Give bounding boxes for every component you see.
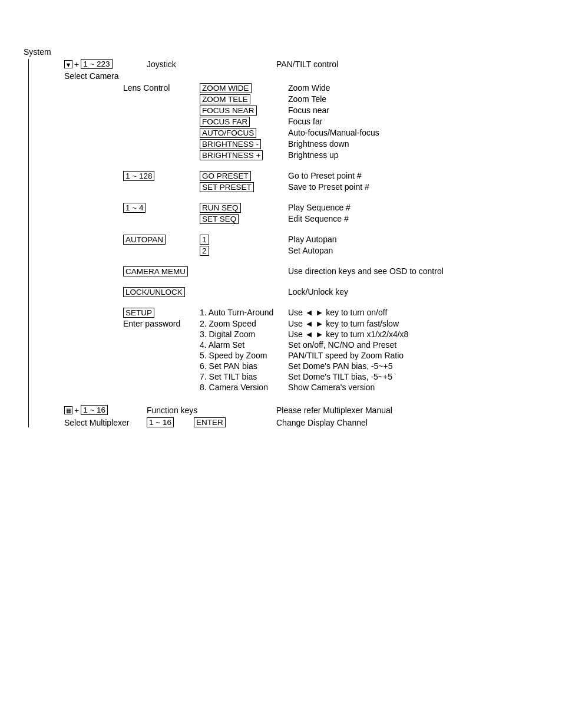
seq-range: 1 ~ 4 — [123, 203, 146, 213]
setup-row-5: 6. Set PAN bias Set Dome's PAN bias, -5~… — [123, 361, 538, 371]
preset-row-0: 1 ~ 128 GO PRESET Go to Preset point # — [123, 171, 538, 181]
setup-desc-2: Use ◄ ► key to turn x1/x2/x4/x8 — [288, 330, 408, 339]
zoom-wide-desc: Zoom Wide — [288, 83, 330, 93]
setup-desc-1: Use ◄ ► key to turn fast/slow — [288, 319, 399, 328]
select-multiplexer-label: Select Multiplexer — [64, 418, 130, 427]
focus-far-btn[interactable]: FOCUS FAR — [200, 117, 250, 127]
joystick-row: ▼ + 1 ~ 223 Joystick PAN/TILT control — [64, 59, 538, 69]
camera-menu-desc: Use direction keys and see OSD to contro… — [288, 266, 444, 276]
autopan-label: AUTOPAN — [123, 235, 166, 245]
autopan-1-desc: Play Autopan — [288, 235, 337, 244]
run-seq-desc: Play Sequence # — [288, 203, 351, 212]
auto-focus-btn[interactable]: AUTO/FOCUS — [200, 128, 256, 138]
autopan-row-0: AUTOPAN 1 Play Autopan — [123, 235, 538, 245]
lens-control-row-1: ZOOM TELE Zoom Tele — [123, 94, 538, 104]
setup-label: SETUP — [123, 308, 154, 318]
multiplexer-row: Select Multiplexer 1 ~ 16 ENTER Change D… — [64, 417, 538, 427]
joystick-icon: ▼ — [64, 60, 72, 68]
lens-control-row-6: BRIGHTNESS + Brightness up — [123, 150, 538, 160]
joystick-label: Joystick — [147, 60, 276, 69]
setup-row-7: 8. Camera Version Show Camera's version — [123, 383, 538, 392]
autopan-1-btn[interactable]: 1 — [200, 235, 209, 245]
setup-section: SETUP 1. Auto Turn-Around Use ◄ ► key to… — [123, 308, 538, 392]
autopan-2-btn[interactable]: 2 — [200, 246, 209, 256]
select-camera-row: Select Camera — [64, 71, 538, 81]
brightness-minus-btn[interactable]: BRIGHTNESS - — [200, 139, 261, 149]
autopan-section: AUTOPAN 1 Play Autopan 2 Set Autopan — [123, 235, 538, 256]
multiplexer-range: 1 ~ 16 — [147, 417, 174, 427]
function-keys-description: Please refer Multiplexer Manual — [276, 406, 392, 415]
setup-desc-5: Set Dome's PAN bias, -5~+5 — [288, 361, 393, 371]
preset-section: 1 ~ 128 GO PRESET Go to Preset point # S… — [123, 171, 538, 192]
lens-control-row-3: FOCUS FAR Focus far — [123, 117, 538, 127]
lock-unlock-section: LOCK/UNLOCK Lock/Unlock key — [123, 287, 538, 297]
lens-control-row-2: FOCUS NEAR Focus near — [123, 106, 538, 116]
brightness-plus-btn[interactable]: BRIGHTNESS + — [200, 150, 263, 160]
run-seq-btn[interactable]: RUN SEQ — [200, 203, 241, 213]
joystick-description: PAN/TILT control — [276, 60, 338, 69]
focus-near-btn[interactable]: FOCUS NEAR — [200, 106, 257, 116]
autopan-row-1: 2 Set Autopan — [123, 246, 538, 256]
lens-control-row-5: BRIGHTNESS - Brightness down — [123, 139, 538, 149]
enter-password-label: Enter password — [123, 319, 200, 328]
seq-row-0: 1 ~ 4 RUN SEQ Play Sequence # — [123, 203, 538, 213]
setup-desc-6: Set Dome's TILT bias, -5~+5 — [288, 372, 392, 381]
camera-menu-label: CAMERA MEMU — [123, 266, 188, 276]
set-seq-btn[interactable]: SET SEQ — [200, 214, 239, 224]
set-seq-desc: Edit Sequence # — [288, 214, 349, 223]
lock-unlock-row: LOCK/UNLOCK Lock/Unlock key — [123, 287, 538, 297]
camera-menu-section: CAMERA MEMU Use direction keys and see O… — [123, 266, 538, 276]
enter-btn[interactable]: ENTER — [194, 417, 226, 427]
lens-control-row-4: AUTO/FOCUS Auto-focus/Manual-focus — [123, 128, 538, 138]
setup-desc-0: Use ◄ ► key to turn on/off — [288, 308, 387, 317]
setup-row-2: 3. Digital Zoom Use ◄ ► key to turn x1/x… — [123, 330, 538, 339]
go-preset-desc: Go to Preset point # — [288, 171, 362, 180]
system-label: System — [24, 47, 538, 57]
zoom-tele-desc: Zoom Tele — [288, 94, 326, 104]
setup-row-0: SETUP 1. Auto Turn-Around Use ◄ ► key to… — [123, 308, 538, 318]
joystick-plus: + — [74, 60, 79, 69]
setup-row-3: 4. Alarm Set Set on/off, NC/NO and Prese… — [123, 340, 538, 350]
seq-row-1: SET SEQ Edit Sequence # — [123, 214, 538, 224]
preset-range: 1 ~ 128 — [123, 171, 154, 181]
camera-menu-row: CAMERA MEMU Use direction keys and see O… — [123, 266, 538, 276]
lens-control-row-0: Lens Control ZOOM WIDE Zoom Wide — [123, 83, 538, 93]
preset-row-1: SET PRESET Save to Preset point # — [123, 182, 538, 192]
go-preset-btn[interactable]: GO PRESET — [200, 171, 251, 181]
brightness-minus-desc: Brightness down — [288, 139, 349, 149]
page-content: System ▼ + 1 ~ 223 Joystick PAN/TILT con… — [24, 47, 538, 427]
select-camera-label: Select Camera — [64, 71, 147, 81]
function-keys-label: Function keys — [147, 406, 276, 415]
focus-near-desc: Focus near — [288, 106, 329, 115]
function-keys-row: ▦ + 1 ~ 16 Function keys Please refer Mu… — [64, 405, 538, 415]
lens-control-label: Lens Control — [123, 83, 200, 93]
setup-row-password: Enter password 2. Zoom Speed Use ◄ ► key… — [123, 319, 538, 328]
setup-desc-3: Set on/off, NC/NO and Preset — [288, 340, 396, 350]
set-preset-btn[interactable]: SET PRESET — [200, 182, 254, 192]
grid-icon: ▦ — [64, 406, 72, 414]
setup-row-6: 7. Set TILT bias Set Dome's TILT bias, -… — [123, 372, 538, 381]
setup-row-4: 5. Speed by Zoom PAN/TILT speed by Zoom … — [123, 351, 538, 360]
zoom-tele-btn[interactable]: ZOOM TELE — [200, 94, 250, 104]
lock-unlock-label: LOCK/UNLOCK — [123, 287, 185, 297]
seq-section: 1 ~ 4 RUN SEQ Play Sequence # SET SEQ Ed… — [123, 203, 538, 224]
focus-far-desc: Focus far — [288, 117, 322, 126]
set-preset-desc: Save to Preset point # — [288, 182, 369, 192]
setup-desc-7: Show Camera's version — [288, 383, 375, 392]
multiplexer-desc: Change Display Channel — [276, 418, 368, 427]
setup-desc-4: PAN/TILT speed by Zoom Ratio — [288, 351, 404, 360]
brightness-plus-desc: Brightness up — [288, 150, 339, 160]
auto-focus-desc: Auto-focus/Manual-focus — [288, 128, 379, 137]
fk-plus: + — [74, 406, 79, 415]
autopan-2-desc: Set Autopan — [288, 246, 333, 255]
lock-unlock-desc: Lock/Unlock key — [288, 287, 348, 297]
lens-control-section: Lens Control ZOOM WIDE Zoom Wide ZOOM TE… — [123, 83, 538, 160]
joystick-range: 1 ~ 223 — [81, 59, 112, 69]
zoom-wide-btn[interactable]: ZOOM WIDE — [200, 83, 252, 93]
fk-range: 1 ~ 16 — [81, 405, 108, 415]
